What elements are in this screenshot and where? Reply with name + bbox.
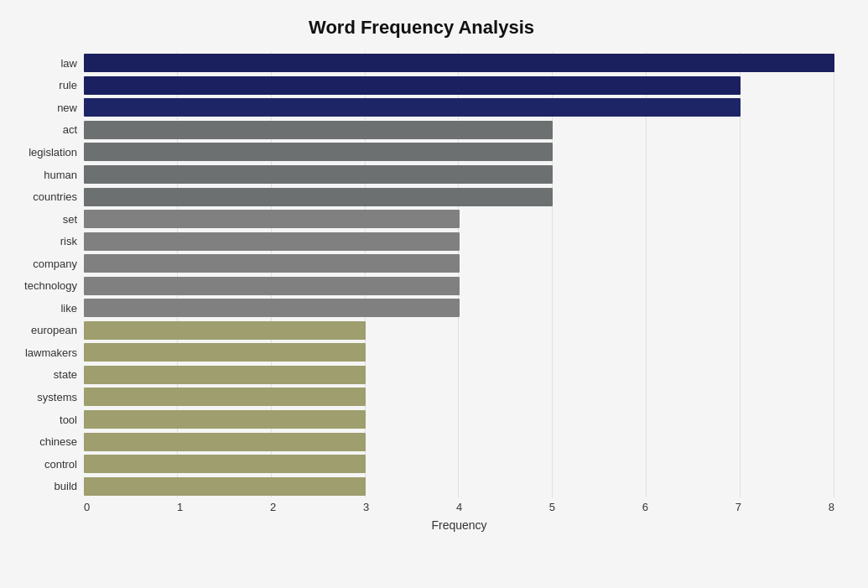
y-label-lawmakers: lawmakers [8,341,77,364]
bar-chinese [84,433,366,451]
bar-company [84,254,460,273]
chart-title: Word Frequency Analysis [8,17,834,39]
bar-row [84,454,834,474]
bar-european [84,321,366,340]
bar-rule [84,76,741,95]
x-tick-labels: 012345678 [84,501,834,513]
y-label-like: like [8,297,77,320]
bar-legislation [84,143,553,161]
bar-row [84,97,834,117]
bar-control [84,455,366,473]
y-label-chinese: chinese [8,430,77,453]
bar-technology [84,277,460,295]
bar-row [84,187,834,207]
x-tick: 6 [642,501,648,513]
bar-new [84,98,741,117]
chart-area: lawrulenewactlegislationhumancountriesse… [8,52,834,497]
bar-risk [84,232,460,251]
bar-row [84,142,834,162]
y-label-european: european [8,320,77,342]
grid-background [84,52,834,497]
y-label-systems: systems [8,386,77,408]
bar-row [84,209,834,229]
bar-row [84,342,834,362]
bar-row [84,276,834,296]
y-label-company: company [8,252,77,275]
x-axis: 012345678 Frequency [84,501,834,532]
bars-area [84,52,834,497]
y-label-state: state [8,364,77,387]
y-label-act: act [8,119,77,142]
bar-row [84,432,834,452]
y-label-technology: technology [8,274,77,297]
y-label-legislation: legislation [8,141,77,164]
bar-row [84,164,834,185]
bar-human [84,165,553,184]
x-tick: 4 [456,501,462,513]
bar-row [84,232,834,252]
y-axis-labels: lawrulenewactlegislationhumancountriesse… [8,52,84,497]
y-label-build: build [8,475,77,497]
x-tick: 5 [549,501,555,513]
bar-row [84,365,834,385]
x-axis-title: Frequency [84,518,834,532]
bar-row [84,409,834,429]
bar-row [84,120,834,140]
y-label-law: law [8,52,77,75]
x-tick: 8 [829,501,834,513]
bar-law [84,54,834,72]
bar-row [84,53,834,73]
y-label-new: new [8,96,77,119]
y-label-control: control [8,453,77,476]
y-label-countries: countries [8,185,77,208]
bar-row [84,253,834,273]
bar-row [84,476,834,497]
bar-build [84,477,366,496]
bar-state [84,366,366,384]
bar-countries [84,188,553,206]
bar-row [84,298,834,318]
bar-row [84,320,834,341]
x-tick: 3 [363,501,369,513]
x-tick: 2 [270,501,276,513]
y-label-set: set [8,208,77,231]
bar-row [84,387,834,407]
y-label-rule: rule [8,75,77,97]
x-tick: 1 [177,501,183,513]
y-label-human: human [8,164,77,186]
y-label-risk: risk [8,230,77,252]
bar-set [84,210,460,228]
chart-container: Word Frequency Analysis lawrulenewactleg… [0,0,868,588]
bar-systems [84,388,366,406]
y-label-tool: tool [8,408,77,431]
bar-tool [84,410,366,429]
bar-lawmakers [84,343,366,362]
bar-row [84,75,834,96]
bar-like [84,299,460,317]
x-tick: 0 [84,501,90,513]
bar-act [84,121,553,139]
x-tick: 7 [735,501,741,513]
